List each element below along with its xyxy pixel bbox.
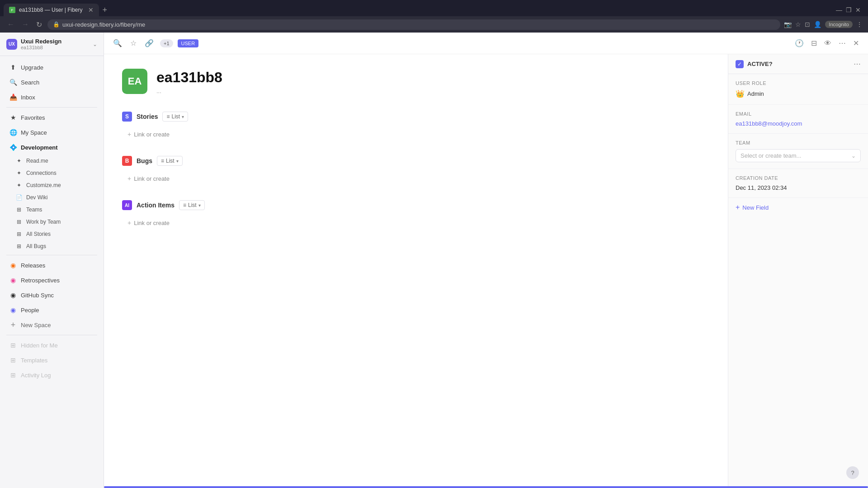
sidebar-subitem-label: All Bugs: [26, 243, 46, 249]
sidebar-item-hidden-for-me[interactable]: ⊞ Hidden for Me: [3, 338, 101, 352]
work-by-team-icon: ⊞: [15, 218, 23, 225]
stories-section-header: S Stories ≡ List ▾: [122, 109, 710, 124]
sidebar-subitem-teams[interactable]: ⊞ Teams: [3, 204, 101, 216]
tab-title: ea131bb8 — User | Fibery: [19, 7, 83, 13]
panel-field-user-role: USER ROLE 👑 Admin: [728, 74, 868, 105]
sidebar-item-retrospectives[interactable]: ◉ Retrospectives: [3, 273, 101, 287]
sidebar-subitem-label: Customize.me: [26, 182, 61, 188]
divider: [6, 107, 97, 108]
active-tab[interactable]: F ea131bb8 — User | Fibery ✕: [4, 4, 99, 16]
bookmark-icon[interactable]: ☆: [795, 21, 801, 28]
star-toolbar-icon[interactable]: ☆: [128, 37, 138, 49]
doc-avatar: EA: [122, 69, 147, 94]
action-items-view-selector[interactable]: ≡ List ▾: [179, 200, 205, 210]
sidebar-item-github-sync[interactable]: ◉ GitHub Sync: [3, 288, 101, 302]
profile-icon[interactable]: 👤: [814, 21, 821, 28]
restore-button[interactable]: ❐: [846, 6, 852, 14]
sidebar-subitem-label: Connections: [26, 170, 57, 176]
stories-view-selector[interactable]: ≡ List ▾: [162, 112, 188, 122]
sidebar-item-upgrade[interactable]: ⬆ Upgrade: [3, 60, 101, 75]
address-bar[interactable]: 🔒 uxui-redesign.fibery.io/fibery/me: [47, 19, 780, 30]
doc-header: EA ea131bb8 ...: [122, 69, 710, 94]
active-checkbox[interactable]: ✓: [736, 60, 744, 68]
sidebar-subitem-all-bugs[interactable]: ⊞ All Bugs: [3, 240, 101, 252]
doc-toolbar-right: 🕐 ⊟ 👁 ⋯ ✕: [793, 37, 861, 49]
crown-icon: 👑: [736, 89, 745, 98]
sidebar-subitem-label: All Stories: [26, 231, 51, 237]
bugs-dropdown-arrow: ▾: [176, 159, 179, 164]
team-select-placeholder: Select or create team...: [741, 152, 801, 159]
sidebar-subitem-all-stories[interactable]: ⊞ All Stories: [3, 228, 101, 240]
teams-icon: ⊞: [15, 206, 23, 213]
tab-close-button[interactable]: ✕: [88, 6, 94, 14]
sidebar-item-people[interactable]: ◉ People: [3, 303, 101, 317]
extensions-icon[interactable]: ⋮: [856, 21, 863, 28]
search-toolbar-icon[interactable]: 🔍: [111, 37, 124, 49]
layout-icon[interactable]: ⊟: [809, 37, 819, 49]
sidebar: UX Uxui Redesign ea131bb8 ⌄ ⬆ Upgrade 🔍 …: [0, 33, 104, 488]
sidebar-item-new-space[interactable]: + New Space: [3, 318, 101, 332]
reload-button[interactable]: ↻: [34, 19, 44, 30]
action-items-icon: AI: [122, 200, 132, 210]
bugs-view-label: List: [166, 158, 175, 164]
my-space-icon: 🌐: [9, 128, 17, 136]
tab-favicon: F: [9, 7, 15, 13]
team-select[interactable]: Select or create team... ⌄: [736, 149, 861, 162]
bugs-view-selector[interactable]: ≡ List ▾: [157, 156, 183, 166]
workspace-header: UX Uxui Redesign ea131bb8 ⌄: [0, 33, 104, 56]
panel-more-icon[interactable]: ⋯: [854, 60, 861, 68]
sidebar-item-label: Retrospectives: [21, 277, 60, 284]
cast-icon: ⊡: [805, 21, 810, 28]
forward-button[interactable]: →: [20, 19, 31, 29]
sidebar-subitem-customize[interactable]: ✦ Customize.me: [3, 179, 101, 191]
sidebar-subitem-work-by-team[interactable]: ⊞ Work by Team: [3, 216, 101, 228]
sidebar-subitem-readme[interactable]: ✦ Read.me: [3, 155, 101, 167]
action-items-plus-icon: +: [127, 219, 131, 226]
sidebar-item-my-space[interactable]: 🌐 My Space: [3, 125, 101, 140]
bugs-link-or-create[interactable]: + Link or create: [122, 172, 710, 185]
sidebar-subitem-dev-wiki[interactable]: 📄 Dev Wiki: [3, 192, 101, 203]
stories-link-or-create[interactable]: + Link or create: [122, 128, 710, 141]
close-panel-icon[interactable]: ✕: [851, 37, 861, 49]
nav-bar: ← → ↻ 🔒 uxui-redesign.fibery.io/fibery/m…: [0, 16, 868, 33]
active-toggle[interactable]: ✓ ACTIVE?: [736, 60, 773, 68]
doc-more[interactable]: ...: [156, 88, 222, 94]
sidebar-item-activity-log[interactable]: ⊞ Activity Log: [3, 368, 101, 382]
url-display: uxui-redesign.fibery.io/fibery/me: [62, 21, 145, 28]
sidebar-item-development[interactable]: 💠 Development: [3, 140, 101, 155]
sidebar-subitem-label: Read.me: [26, 158, 48, 164]
favorites-icon: ★: [9, 113, 17, 122]
sidebar-item-label: Search: [21, 79, 39, 86]
help-button[interactable]: ?: [846, 466, 859, 479]
new-tab-button[interactable]: +: [103, 5, 108, 15]
sidebar-item-search[interactable]: 🔍 Search: [3, 75, 101, 89]
action-items-link-or-create[interactable]: + Link or create: [122, 216, 710, 229]
releases-icon: ◉: [9, 261, 17, 269]
new-field-button[interactable]: + New Field: [728, 198, 868, 217]
workspace-avatar: UX: [6, 39, 17, 50]
doc-body: EA ea131bb8 ... S Stories ≡ List ▾: [104, 54, 868, 488]
stories-title: Stories: [137, 113, 158, 120]
history-icon[interactable]: 🕐: [793, 37, 806, 49]
back-button[interactable]: ←: [5, 19, 16, 29]
link-toolbar-icon[interactable]: 🔗: [143, 37, 156, 49]
bugs-title: Bugs: [137, 157, 152, 164]
sidebar-subitem-connections[interactable]: ✦ Connections: [3, 167, 101, 179]
sidebar-item-favorites[interactable]: ★ Favorites: [3, 110, 101, 125]
bugs-section-header: B Bugs ≡ List ▾: [122, 153, 710, 169]
close-window-button[interactable]: ✕: [855, 6, 861, 14]
minimize-button[interactable]: —: [836, 6, 842, 14]
workspace-chevron-icon[interactable]: ⌄: [93, 41, 97, 47]
doc-header-text: ea131bb8 ...: [156, 69, 222, 94]
bugs-plus-icon: +: [127, 175, 131, 182]
all-bugs-icon: ⊞: [15, 243, 23, 250]
tab-bar: F ea131bb8 — User | Fibery ✕ + — ❐ ✕: [0, 0, 868, 16]
sidebar-item-templates[interactable]: ⊞ Templates: [3, 353, 101, 367]
doc-main: EA ea131bb8 ... S Stories ≡ List ▾: [104, 54, 728, 488]
sidebar-item-inbox[interactable]: 📥 Inbox: [3, 90, 101, 104]
workspace-name: Uxui Redesign: [21, 38, 61, 45]
camera-off-icon: 📷: [784, 21, 792, 28]
more-toolbar-icon[interactable]: ⋯: [837, 37, 848, 49]
sidebar-item-releases[interactable]: ◉ Releases: [3, 258, 101, 272]
share-icon[interactable]: 👁: [822, 38, 833, 49]
